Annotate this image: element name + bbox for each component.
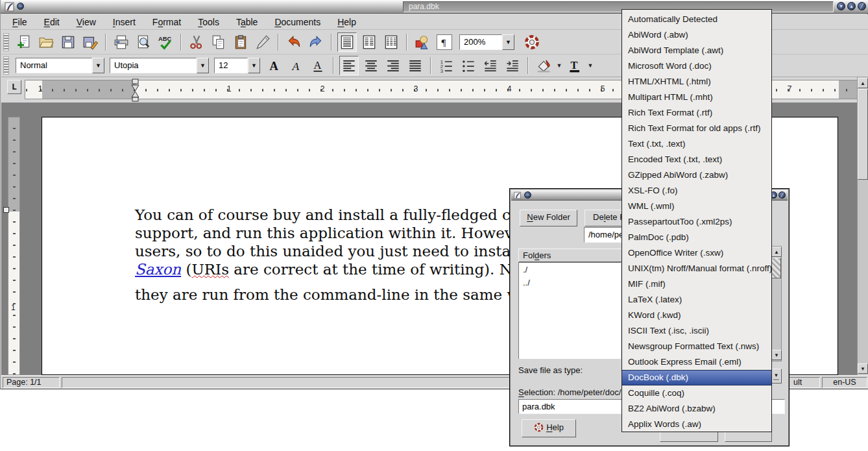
window-shade-button[interactable]: − — [524, 191, 531, 199]
new-folder-button[interactable]: New Folder — [520, 210, 577, 226]
format-option[interactable]: HTML/XHTML (.html) — [622, 74, 771, 90]
format-option[interactable]: Outlook Express Email (.eml) — [622, 354, 771, 370]
italic-button[interactable]: A — [286, 56, 306, 75]
format-option[interactable]: Rich Text Format for old apps (.rtf) — [622, 121, 771, 136]
toolbar-drag-handle[interactable] — [3, 33, 9, 51]
view-two-column-button[interactable] — [359, 32, 379, 52]
bullet-list-button[interactable] — [459, 56, 478, 75]
save-button[interactable] — [58, 32, 78, 52]
format-option[interactable]: AbiWord (.abw) — [622, 27, 771, 43]
show-formatting-marks-button[interactable]: ¶ — [435, 32, 454, 52]
close-button[interactable]: ╱ — [778, 191, 786, 199]
indent-marker[interactable] — [130, 77, 141, 105]
maximize-button[interactable]: ▴ — [847, 2, 856, 10]
increase-indent-button[interactable] — [503, 56, 522, 75]
format-option-selected[interactable]: DocBook (.dbk) — [622, 370, 771, 385]
format-option[interactable]: PalmDoc (.pdb) — [622, 230, 771, 245]
pen-button[interactable] — [253, 32, 272, 52]
vertical-ruler[interactable]: 1 — [8, 117, 20, 375]
align-center-button[interactable] — [361, 56, 381, 75]
underline-button[interactable]: A — [308, 56, 328, 75]
folder-item[interactable]: ../ — [519, 276, 621, 289]
format-option[interactable]: WML (.wml) — [622, 199, 771, 214]
menu-tools[interactable]: Tools — [195, 16, 223, 29]
format-option[interactable]: Applix Words (.aw) — [622, 417, 771, 432]
style-combobox[interactable]: Normal ▼ — [16, 58, 104, 73]
menu-edit[interactable]: Edit — [41, 16, 63, 29]
format-option[interactable]: Text (.txt, .text) — [622, 136, 771, 152]
status-language-indicator[interactable]: en-US — [822, 377, 867, 388]
chevron-down-icon[interactable]: ▼ — [248, 58, 260, 73]
menu-view[interactable]: View — [73, 16, 99, 29]
align-right-button[interactable] — [383, 56, 403, 75]
print-preview-button[interactable] — [134, 32, 153, 52]
view-three-column-button[interactable] — [381, 32, 401, 52]
insert-shapes-button[interactable] — [413, 32, 432, 52]
vertical-scrollbar[interactable]: ▲ ▼ — [857, 77, 868, 375]
scroll-up-icon[interactable]: ▲ — [858, 78, 868, 88]
format-option[interactable]: Automatically Detected — [622, 12, 771, 27]
format-option[interactable]: Rich Text Format (.rtf) — [622, 105, 771, 121]
new-document-button[interactable] — [14, 32, 34, 52]
font-size-combobox[interactable]: 12 ▼ — [214, 58, 260, 73]
margin-marker[interactable] — [3, 207, 9, 213]
menu-documents[interactable]: Documents — [271, 16, 324, 29]
save-as-button[interactable] — [80, 32, 100, 52]
format-option[interactable]: Coquille (.coq) — [622, 385, 771, 401]
chevron-down-icon[interactable]: ▼ — [197, 58, 209, 73]
redo-button[interactable] — [306, 32, 326, 52]
menu-help[interactable]: Help — [334, 16, 359, 29]
scrollbar-thumb[interactable] — [771, 258, 781, 278]
tab-selector-button[interactable]: L — [7, 80, 21, 94]
format-option[interactable]: BZ2 AbiWord (.bzabw) — [622, 401, 771, 417]
minimize-button[interactable]: ▾ — [837, 2, 845, 10]
format-option[interactable]: Multipart HTML (.mht) — [622, 90, 771, 105]
menu-file[interactable]: File — [9, 16, 30, 29]
format-option[interactable]: Encoded Text (.txt, .text) — [622, 152, 771, 167]
align-left-button[interactable] — [339, 56, 359, 75]
print-button[interactable] — [112, 32, 131, 52]
hyperlink-saxon[interactable]: Saxon — [135, 261, 181, 278]
format-option[interactable]: PassepartoutToo (.xml2ps) — [622, 214, 771, 230]
format-option[interactable]: LaTeX (.latex) — [622, 292, 771, 308]
help-button[interactable]: Help — [522, 419, 576, 437]
files-list-scrollbar[interactable]: ▲ ▼ — [771, 246, 782, 361]
menu-table[interactable]: Table — [233, 16, 261, 29]
scroll-up-icon[interactable]: ▲ — [771, 247, 782, 257]
undo-button[interactable] — [284, 32, 304, 52]
menu-insert[interactable]: Insert — [110, 16, 139, 29]
view-normal-button[interactable] — [337, 32, 357, 52]
scroll-down-icon[interactable]: ▼ — [858, 363, 868, 374]
fill-color-button[interactable] — [534, 56, 553, 75]
paste-button[interactable] — [231, 32, 250, 52]
format-option[interactable]: MIF (.mif) — [622, 276, 771, 292]
format-option[interactable]: ISCII Text (.isc, .iscii) — [622, 323, 771, 339]
align-justify-button[interactable] — [405, 56, 425, 75]
format-option[interactable]: XSL-FO (.fo) — [622, 183, 771, 199]
numbered-list-button[interactable]: 123 — [437, 56, 456, 75]
folders-header[interactable]: Folders — [518, 249, 622, 262]
folder-item[interactable]: ./ — [519, 263, 621, 276]
font-combobox[interactable]: Utopia ▼ — [110, 58, 209, 73]
help-lifebuoy-button[interactable] — [522, 32, 542, 52]
format-option[interactable]: Microsoft Word (.doc) — [622, 58, 771, 74]
decrease-indent-button[interactable] — [481, 56, 500, 75]
format-option[interactable]: UNIX(tm) Nroff/Manual format (.nroff) — [622, 261, 771, 276]
open-button[interactable] — [36, 32, 56, 52]
format-option[interactable]: KWord (.kwd) — [622, 308, 771, 323]
scrollbar-thumb[interactable] — [858, 89, 868, 180]
format-option[interactable]: Newsgroup Formatted Text (.nws) — [622, 339, 771, 354]
save-type-combo-arrow[interactable]: ▼ — [771, 369, 782, 384]
spellcheck-button[interactable]: ABC — [156, 32, 175, 52]
bold-button[interactable]: A — [264, 56, 283, 75]
text-color-button[interactable]: T — [565, 56, 585, 75]
close-button[interactable]: ╱ — [858, 2, 866, 10]
copy-button[interactable] — [209, 32, 228, 52]
format-option[interactable]: OpenOffice Writer (.sxw) — [622, 245, 771, 261]
chevron-down-icon[interactable]: ▼ — [555, 57, 564, 74]
toolbar-drag-handle[interactable] — [3, 56, 9, 75]
format-option[interactable]: GZipped AbiWord (.zabw) — [622, 167, 771, 183]
chevron-down-icon[interactable]: ▼ — [92, 58, 104, 73]
format-option[interactable]: AbiWord Template (.awt) — [622, 43, 771, 58]
menu-format[interactable]: Format — [149, 16, 184, 29]
